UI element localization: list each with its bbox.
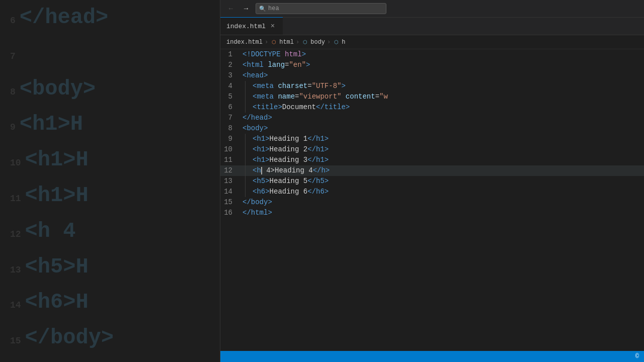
- line-num-12: 12: [220, 165, 240, 176]
- html-icon: ⬡: [270, 39, 277, 46]
- bg-line: 9<h1>H: [0, 107, 221, 142]
- line-num-1: 1: [220, 49, 240, 60]
- h-icon: ⬡: [333, 39, 340, 46]
- editor-panel: ← → 🔍 hea index.html × index.html › ⬡ ht…: [220, 0, 644, 362]
- line-content-8: <body>: [240, 123, 644, 134]
- line-num-14: 14: [220, 187, 240, 197]
- indent-bar-6: [240, 102, 251, 113]
- breadcrumb-html-label: html: [279, 39, 294, 46]
- indent-bar-12: [240, 165, 251, 176]
- line-content-3: <head>: [240, 70, 644, 81]
- line-num-13: 13: [220, 176, 240, 187]
- search-text: hea: [268, 5, 279, 12]
- line-content-15: </body>: [240, 197, 644, 208]
- line-content-2: <html lang="en">: [240, 60, 644, 70]
- line-content-12: <h 4>Heading 4</h>: [251, 165, 644, 176]
- breadcrumb-file-label: index.html: [226, 39, 263, 46]
- bg-line: 14<h6>H: [0, 285, 221, 320]
- line-num-9: 9: [220, 134, 240, 144]
- line-content-6: <title>Document</title>: [251, 102, 644, 113]
- breadcrumb-body-label: body: [310, 39, 325, 46]
- code-line-14: 14 <h6>Heading 6</h6>: [220, 187, 644, 197]
- tab-label: index.html: [226, 23, 266, 30]
- breadcrumb-h-label: h: [342, 39, 345, 46]
- bg-line: 11<h1>H: [0, 178, 221, 214]
- bg-line: 13<h5>H: [0, 249, 221, 285]
- code-line-6: 6 <title>Document</title>: [220, 102, 644, 113]
- line-num-2: 2: [220, 60, 240, 70]
- code-line-10: 10 <h1>Heading 2</h1>: [220, 144, 644, 155]
- indent-bar-5: [240, 92, 251, 102]
- body-icon: ⬡: [301, 39, 308, 46]
- breadcrumb: index.html › ⬡ html › ⬡ body › ⬡ h: [220, 35, 644, 49]
- indent-bar-13: [240, 176, 251, 187]
- status-bar: ©: [220, 351, 644, 362]
- indent-bar-10: [240, 144, 251, 155]
- indent-bar-4: [240, 81, 251, 92]
- line-num-3: 3: [220, 70, 240, 81]
- forward-button[interactable]: →: [240, 3, 252, 14]
- line-content-5: <meta name="viewport" content="w: [251, 92, 644, 102]
- back-button[interactable]: ←: [225, 3, 236, 14]
- code-line-16: 16 </html>: [220, 208, 644, 218]
- line-num-11: 11: [220, 155, 240, 165]
- line-num-4: 4: [220, 81, 240, 92]
- line-content-1: <!DOCTYPE html>: [240, 49, 644, 60]
- code-line-12: 12 <h 4>Heading 4</h>: [220, 165, 644, 176]
- breadcrumb-h[interactable]: ⬡ h: [333, 39, 345, 46]
- line-content-13: <h5>Heading 5</h5>: [251, 176, 644, 187]
- line-num-8: 8: [220, 123, 240, 134]
- line-content-10: <h1>Heading 2</h1>: [251, 144, 644, 155]
- line-content-14: <h6>Heading 6</h6>: [251, 187, 644, 197]
- top-bar: ← → 🔍 hea: [220, 0, 644, 18]
- search-bar[interactable]: 🔍 hea: [256, 3, 386, 14]
- bg-line: 7: [0, 36, 221, 71]
- bg-line: 8<body>: [0, 71, 221, 107]
- tab-bar: index.html ×: [220, 18, 644, 35]
- search-icon: 🔍: [259, 6, 266, 12]
- code-line-13: 13 <h5>Heading 5</h5>: [220, 176, 644, 187]
- tab-close-button[interactable]: ×: [269, 22, 277, 30]
- indent-bar-11: [240, 155, 251, 165]
- breadcrumb-file[interactable]: index.html: [226, 39, 263, 46]
- code-line-9: 9 <h1>Heading 1</h1>: [220, 134, 644, 144]
- line-num-5: 5: [220, 92, 240, 102]
- line-content-4: <meta charset="UTF-8">: [251, 81, 644, 92]
- breadcrumb-sep-2: ›: [296, 39, 299, 46]
- breadcrumb-sep-3: ›: [327, 39, 331, 46]
- tab-index-html[interactable]: index.html ×: [220, 17, 283, 35]
- code-line-11: 11 <h1>Heading 3</h1>: [220, 155, 644, 165]
- code-line-5: 5 <meta name="viewport" content="w: [220, 92, 644, 102]
- line-content-9: <h1>Heading 1</h1>: [251, 134, 644, 144]
- bg-line: 10<h1>H: [0, 142, 221, 178]
- bg-line: 15</body>: [0, 320, 221, 356]
- breadcrumb-html[interactable]: ⬡ html: [270, 39, 294, 46]
- line-num-6: 6: [220, 102, 240, 113]
- breadcrumb-sep-1: ›: [265, 39, 268, 46]
- line-content-7: </head>: [240, 113, 644, 123]
- line-num-15: 15: [220, 197, 240, 208]
- line-num-7: 7: [220, 113, 240, 123]
- code-line-3: 3 <head>: [220, 70, 644, 81]
- bg-overlay: 6</head> 7 8<body> 9<h1>H 10<h1>H 11<h1>…: [0, 0, 221, 362]
- status-right: ©: [635, 353, 639, 360]
- line-content-11: <h1>Heading 3</h1>: [251, 155, 644, 165]
- code-line-4: 4 <meta charset="UTF-8">: [220, 81, 644, 92]
- bg-line: 6</head>: [0, 0, 221, 36]
- code-line-8: 8 <body>: [220, 123, 644, 134]
- line-num-16: 16: [220, 208, 240, 218]
- code-line-2: 2 <html lang="en">: [220, 60, 644, 70]
- indent-bar-14: [240, 187, 251, 197]
- indent-bar-9: [240, 134, 251, 144]
- line-content-16: </html>: [240, 208, 644, 218]
- line-num-10: 10: [220, 144, 240, 155]
- code-line-15: 15 </body>: [220, 197, 644, 208]
- code-line-7: 7 </head>: [220, 113, 644, 123]
- code-line-1: 1 <!DOCTYPE html>: [220, 49, 644, 60]
- bg-line: 12<h 4: [0, 214, 221, 249]
- breadcrumb-body[interactable]: ⬡ body: [301, 39, 325, 46]
- bg-line: 16: [0, 356, 221, 362]
- code-area[interactable]: 1 <!DOCTYPE html> 2 <html lang="en"> 3 <…: [220, 49, 644, 351]
